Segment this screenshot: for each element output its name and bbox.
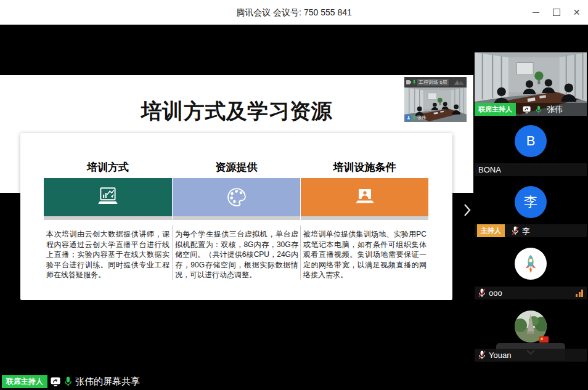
pip-person-icon bbox=[406, 115, 411, 121]
sharing-icon bbox=[523, 106, 531, 113]
column-header-resources: 资源提供 bbox=[173, 160, 300, 174]
mic-on-icon bbox=[64, 376, 72, 387]
screen-share-icon bbox=[51, 377, 61, 386]
close-button[interactable]: ✕ bbox=[566, 0, 587, 25]
co-host-badge: 联席主持人 bbox=[2, 375, 47, 388]
shadow-strip bbox=[301, 216, 428, 220]
pip-video: 张伟 bbox=[404, 87, 467, 122]
column-divider bbox=[300, 225, 301, 280]
presenter-self-view: 工程训练 6层 bbox=[404, 77, 467, 122]
training-method-block bbox=[44, 178, 172, 216]
participant-tile-ooo[interactable]: ooo bbox=[475, 238, 587, 299]
flag-icon bbox=[539, 336, 549, 343]
palette-icon bbox=[222, 182, 251, 211]
facilities-text: 被培训单位提供集训场地、实验用PC或笔记本电脑，如有条件可组织集体观看直播视频。… bbox=[303, 229, 427, 280]
zhangwei-namebar: 联席主持人 张伟 bbox=[475, 103, 587, 116]
ooo-namebar: ooo bbox=[475, 286, 587, 299]
participant-name: Youan bbox=[489, 351, 511, 360]
bona-namebar: BONA bbox=[475, 163, 587, 176]
pip-mic-icon bbox=[412, 79, 416, 85]
youan-avatar bbox=[515, 311, 547, 343]
participant-tile-bona[interactable]: B BONA bbox=[475, 117, 587, 176]
pip-header: 工程训练 6层 bbox=[404, 77, 467, 87]
user-screen-icon bbox=[354, 186, 376, 208]
avatar-letter: B bbox=[526, 133, 536, 149]
participant-tile-zhangwei[interactable]: 联席主持人 张伟 bbox=[475, 52, 587, 116]
co-host-badge: 联席主持人 bbox=[475, 103, 516, 116]
shadow-strip bbox=[44, 216, 172, 220]
mic-on-icon bbox=[536, 105, 542, 114]
youan-namebar: Youan bbox=[475, 349, 587, 362]
close-icon: ✕ bbox=[573, 8, 581, 17]
slide-content-card: 培训方式 资源提供 培训设施条件 bbox=[20, 133, 452, 300]
pip-logo-icon bbox=[454, 79, 465, 86]
column-header-facilities: 培训设施条件 bbox=[301, 160, 428, 174]
minimize-button[interactable] bbox=[526, 0, 546, 25]
screen-share-banner: 联席主持人 张伟的屏幕共享 bbox=[2, 375, 140, 388]
participant-name: ooo bbox=[489, 288, 502, 298]
participant-tile-youan[interactable]: Youan bbox=[475, 301, 587, 362]
laptop-chart-icon bbox=[96, 185, 120, 209]
maximize-button[interactable] bbox=[546, 0, 566, 25]
mic-muted-icon bbox=[478, 288, 486, 298]
window-title: 腾讯会议 会议号: 750 555 841 bbox=[0, 0, 588, 25]
participant-name: 张伟 bbox=[547, 104, 563, 115]
pip-room-label: 工程训练 6层 bbox=[417, 79, 449, 86]
resources-block bbox=[173, 178, 300, 216]
minimize-icon bbox=[533, 12, 539, 13]
slide-title: 培训方式及学习资源 bbox=[0, 97, 473, 126]
column-header-training-method: 培训方式 bbox=[44, 160, 172, 174]
mic-muted-icon bbox=[512, 226, 519, 235]
host-badge: 主持人 bbox=[477, 224, 505, 237]
pip-corner-mic-icon bbox=[412, 115, 416, 121]
training-method-text: 本次培训由云创大数据提供讲师，课程内容通过云创大学直播平台进行线上直播；实验内容… bbox=[46, 229, 169, 280]
facilities-block bbox=[301, 178, 428, 216]
shadow-strip bbox=[173, 216, 300, 220]
mic-muted-icon bbox=[478, 351, 486, 360]
rocket-icon bbox=[520, 253, 542, 275]
resources-text: 为每个学生提供三台虚拟机，单台虚拟机配置为：双核，8G内存，30G存储空间。（共… bbox=[175, 229, 298, 280]
participant-tile-li[interactable]: 李 主持人 李 bbox=[475, 177, 587, 237]
shared-screen-area: 培训方式及学习资源 工程训练 6层 bbox=[0, 25, 473, 390]
participants-sidebar: 联席主持人 张伟 B BONA 李 主持人 bbox=[475, 25, 588, 390]
network-signal-icon bbox=[576, 290, 583, 297]
bona-avatar: B bbox=[515, 125, 547, 157]
participant-name: BONA bbox=[478, 165, 501, 174]
ooo-avatar bbox=[515, 248, 547, 280]
pip-corner-info: 张伟 bbox=[406, 115, 426, 121]
collapse-sidebar-arrow[interactable] bbox=[463, 203, 471, 219]
li-namebar: 主持人 李 bbox=[475, 224, 587, 237]
maximize-icon bbox=[553, 9, 560, 16]
avatar-letter: 李 bbox=[524, 193, 537, 211]
participant-name: 李 bbox=[522, 225, 530, 237]
pip-corner-name: 张伟 bbox=[417, 115, 426, 121]
window-controls: ✕ bbox=[526, 0, 587, 25]
share-banner-text: 张伟的屏幕共享 bbox=[75, 376, 140, 388]
pip-cam-icon bbox=[406, 79, 411, 85]
li-avatar: 李 bbox=[515, 186, 547, 218]
column-divider bbox=[172, 225, 173, 280]
window-titlebar: 腾讯会议 会议号: 750 555 841 ✕ bbox=[0, 0, 588, 25]
